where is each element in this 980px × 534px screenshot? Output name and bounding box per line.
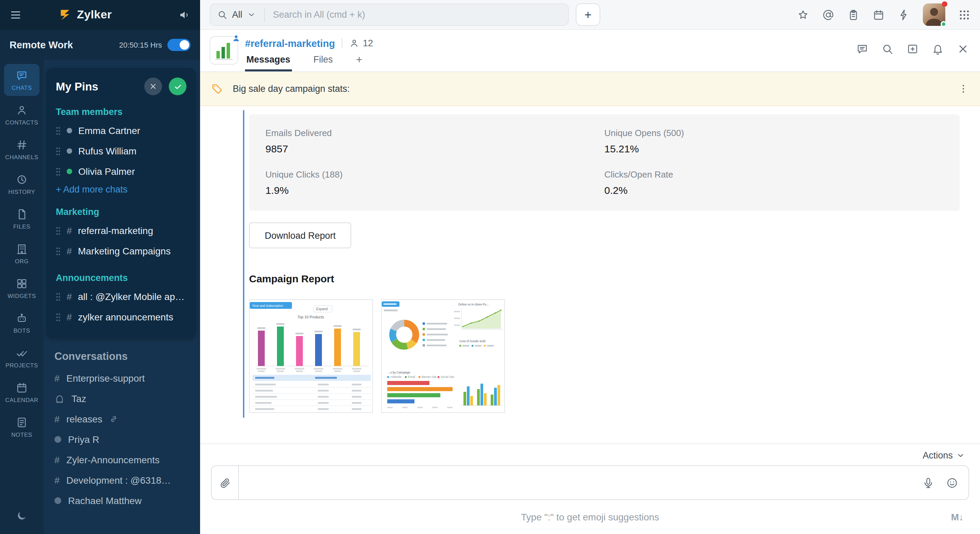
stat-cell: Clicks/Open Rate 0.2% bbox=[605, 169, 943, 196]
drag-handle-icon[interactable] bbox=[56, 246, 60, 256]
drag-handle-icon[interactable] bbox=[56, 292, 60, 301]
rail-item-org[interactable]: ORG bbox=[4, 237, 40, 269]
pinned-channel-row[interactable]: # Marketing Campaigns bbox=[56, 241, 186, 261]
hash-icon: # bbox=[54, 373, 60, 383]
chevron-down-icon[interactable] bbox=[247, 10, 256, 19]
tab-messages[interactable]: Messages bbox=[245, 54, 292, 72]
search-box[interactable]: All bbox=[210, 3, 569, 26]
pinned-member-row[interactable]: Rufus William bbox=[56, 141, 186, 161]
emoji-icon[interactable] bbox=[946, 477, 958, 489]
pins-confirm-button[interactable] bbox=[169, 78, 186, 95]
calendar-icon[interactable] bbox=[872, 8, 885, 21]
sidebar: Zylker Remote Work 20:50:15 Hrs CHATS CO… bbox=[0, 0, 200, 534]
hamburger-menu-icon[interactable] bbox=[10, 9, 22, 21]
message-input[interactable] bbox=[239, 466, 912, 499]
stat-cell: Unique Opens (500) 15.21% bbox=[605, 128, 943, 154]
search-icon[interactable] bbox=[881, 43, 894, 55]
rail-item-channels[interactable]: CHANNELS bbox=[4, 134, 40, 165]
rail-item-contacts[interactable]: CONTACTS bbox=[4, 99, 40, 130]
star-icon[interactable] bbox=[797, 8, 809, 21]
rail-item-chats[interactable]: CHATS bbox=[4, 64, 40, 96]
pinned-message-bar[interactable]: Big sale day campaign stats: bbox=[200, 72, 980, 106]
new-chat-button[interactable]: + bbox=[576, 3, 600, 26]
app-window: Zylker Remote Work 20:50:15 Hrs CHATS CO… bbox=[0, 0, 980, 534]
drag-handle-icon[interactable] bbox=[56, 226, 60, 235]
threads-icon[interactable] bbox=[856, 43, 869, 55]
drag-handle-icon[interactable] bbox=[56, 146, 60, 156]
report-thumbnail-1[interactable]: Time and Subscription Expand Top 10 Prod… bbox=[249, 299, 373, 413]
rail-item-bots[interactable]: BOTS bbox=[4, 307, 40, 339]
global-topbar: All + bbox=[200, 0, 980, 30]
member-count[interactable]: 12 bbox=[349, 38, 373, 48]
channel-avatar[interactable] bbox=[210, 36, 238, 65]
conversation-row[interactable]: Priya R bbox=[54, 429, 189, 450]
pins-close-button[interactable] bbox=[144, 78, 162, 95]
message-area: Emails Delivered 9857 Unique Opens (500)… bbox=[200, 106, 980, 443]
drag-handle-icon[interactable] bbox=[56, 167, 60, 176]
pinned-member-row[interactable]: Olivia Palmer bbox=[56, 161, 186, 182]
markdown-toggle[interactable]: M↓ bbox=[951, 512, 964, 523]
apps-grid-icon[interactable] bbox=[958, 8, 970, 21]
conversation-row[interactable]: # Development : @6318… bbox=[54, 470, 189, 491]
attach-file-button[interactable] bbox=[212, 466, 239, 499]
notification-dot bbox=[942, 2, 947, 7]
rail-item-widgets[interactable]: WIDGETS bbox=[4, 272, 40, 304]
svg-text:Expand: Expand bbox=[316, 307, 328, 311]
mention-icon[interactable] bbox=[822, 8, 834, 21]
conversation-row[interactable]: Taz bbox=[54, 388, 189, 409]
pinned-channel-row[interactable]: # all : @Zylker Mobile app… bbox=[56, 286, 186, 307]
channel-avatar-person-icon bbox=[232, 34, 240, 42]
conversation-row[interactable]: # Zyler-Announcements bbox=[54, 450, 189, 470]
conversation-row[interactable]: # Enterprise-support bbox=[54, 368, 189, 388]
topbar-actions bbox=[797, 3, 970, 26]
presence-dot bbox=[54, 497, 61, 504]
speaker-icon[interactable] bbox=[178, 9, 191, 21]
rail-item-notes[interactable]: NOTES bbox=[4, 411, 40, 443]
connector-icon[interactable] bbox=[898, 8, 910, 21]
check-icon bbox=[173, 82, 182, 91]
hash-icon: # bbox=[67, 312, 72, 322]
channel-actions bbox=[856, 43, 969, 55]
channel-name[interactable]: #referral-marketing bbox=[245, 38, 335, 49]
user-avatar[interactable] bbox=[923, 3, 945, 26]
hash-icon: # bbox=[54, 455, 60, 465]
conversation-row[interactable]: Rachael Matthew bbox=[54, 491, 189, 511]
tab-files[interactable]: Files bbox=[312, 54, 334, 72]
search-icon bbox=[217, 10, 227, 20]
rail-item-files[interactable]: FILES bbox=[4, 203, 40, 235]
pinned-channel-row[interactable]: # zylker announcements bbox=[56, 307, 186, 327]
conversation-row[interactable]: # releases bbox=[54, 409, 189, 429]
zylker-logo-icon bbox=[59, 8, 72, 22]
rail-item-history[interactable]: HISTORY bbox=[4, 168, 40, 200]
search-scope-selector[interactable]: All bbox=[232, 10, 242, 20]
drag-handle-icon[interactable] bbox=[56, 126, 60, 135]
rail-item-calendar[interactable]: CALENDAR bbox=[4, 376, 40, 408]
pinned-member-row[interactable]: Emma Cartner bbox=[56, 121, 186, 141]
paperclip-icon bbox=[219, 477, 231, 489]
rail-item-projects[interactable]: PROJECTS bbox=[4, 342, 40, 373]
nav-rail: CHATS CONTACTS CHANNELS HISTORY FILES bbox=[0, 60, 43, 534]
add-shortcut-icon[interactable] bbox=[907, 43, 919, 55]
add-tab-button[interactable]: + bbox=[355, 54, 364, 72]
status-label: Remote Work bbox=[10, 40, 73, 50]
actions-menu[interactable]: Actions bbox=[923, 450, 953, 461]
svg-text:Social Ads: Social Ads bbox=[441, 375, 454, 378]
close-icon[interactable] bbox=[957, 43, 969, 55]
dark-mode-toggle[interactable] bbox=[0, 504, 43, 527]
clipboard-icon[interactable] bbox=[847, 8, 859, 21]
chevron-down-icon[interactable] bbox=[956, 451, 965, 460]
microphone-icon[interactable] bbox=[922, 477, 934, 489]
more-options-icon[interactable] bbox=[958, 83, 969, 95]
search-input[interactable] bbox=[273, 10, 562, 20]
svg-text:…s by Campaign: …s by Campaign bbox=[387, 371, 410, 374]
drag-handle-icon[interactable] bbox=[56, 313, 60, 321]
close-icon bbox=[149, 82, 157, 91]
notifications-bell-icon[interactable] bbox=[932, 43, 944, 55]
svg-text:Online vs In-Store Pu…: Online vs In-Store Pu… bbox=[458, 303, 489, 306]
report-thumbnail-2[interactable]: Online vs In-Store Pu… Cost of Goods Sol… bbox=[381, 299, 505, 413]
add-more-chats-link[interactable]: + Add more chats bbox=[56, 184, 127, 195]
main-area: All + bbox=[200, 0, 980, 534]
download-report-button[interactable]: Download Report bbox=[249, 222, 352, 248]
pinned-channel-row[interactable]: # referral-marketing bbox=[56, 220, 186, 241]
status-toggle[interactable] bbox=[167, 39, 191, 51]
